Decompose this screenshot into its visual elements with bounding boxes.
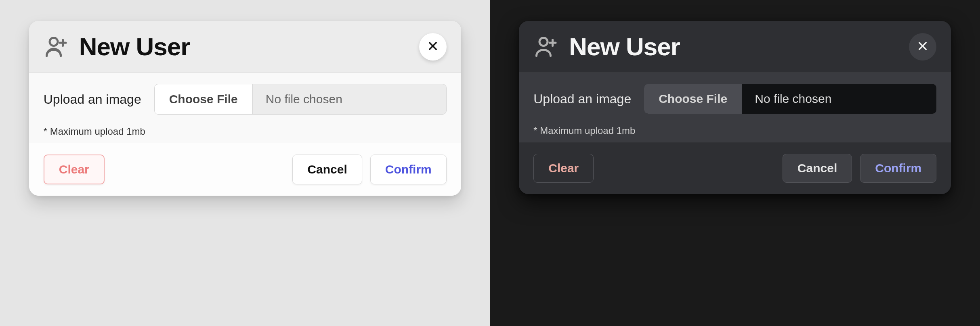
user-plus-icon [533, 35, 558, 59]
close-button[interactable] [419, 33, 447, 61]
close-icon [917, 40, 928, 53]
new-user-modal: New User Upload an image Choose File No … [29, 21, 461, 196]
new-user-modal: New User Upload an image Choose File No … [519, 21, 951, 194]
user-plus-icon [44, 35, 68, 59]
upload-hint: * Maximum upload 1mb [533, 125, 936, 136]
upload-hint: * Maximum upload 1mb [44, 126, 447, 137]
dark-theme-panel: New User Upload an image Choose File No … [490, 0, 980, 326]
upload-row: Upload an image Choose File No file chos… [44, 84, 447, 115]
modal-title: New User [569, 32, 898, 61]
cancel-button[interactable]: Cancel [292, 155, 362, 184]
upload-row: Upload an image Choose File No file chos… [533, 84, 936, 114]
choose-file-button[interactable]: Choose File [155, 84, 253, 114]
clear-button[interactable]: Clear [533, 154, 594, 183]
modal-footer: Clear Cancel Confirm [29, 143, 461, 196]
confirm-button[interactable]: Confirm [370, 155, 447, 184]
file-status-text: No file chosen [742, 84, 844, 114]
file-input[interactable]: Choose File No file chosen [154, 84, 447, 115]
close-button[interactable] [909, 33, 936, 61]
upload-label: Upload an image [44, 92, 141, 107]
file-status-text: No file chosen [253, 84, 355, 114]
modal-header: New User [29, 21, 461, 73]
modal-footer: Clear Cancel Confirm [519, 142, 951, 194]
light-theme-panel: New User Upload an image Choose File No … [0, 0, 490, 326]
modal-title: New User [79, 32, 408, 61]
clear-button[interactable]: Clear [44, 155, 105, 184]
close-icon [427, 40, 439, 53]
modal-body: Upload an image Choose File No file chos… [29, 73, 461, 143]
choose-file-button[interactable]: Choose File [644, 84, 742, 114]
confirm-button[interactable]: Confirm [860, 154, 936, 183]
file-input[interactable]: Choose File No file chosen [644, 84, 936, 114]
modal-body: Upload an image Choose File No file chos… [519, 73, 951, 142]
svg-point-5 [539, 38, 548, 46]
cancel-button[interactable]: Cancel [783, 154, 852, 183]
svg-point-0 [50, 38, 58, 46]
upload-label: Upload an image [533, 92, 631, 107]
modal-header: New User [519, 21, 951, 73]
